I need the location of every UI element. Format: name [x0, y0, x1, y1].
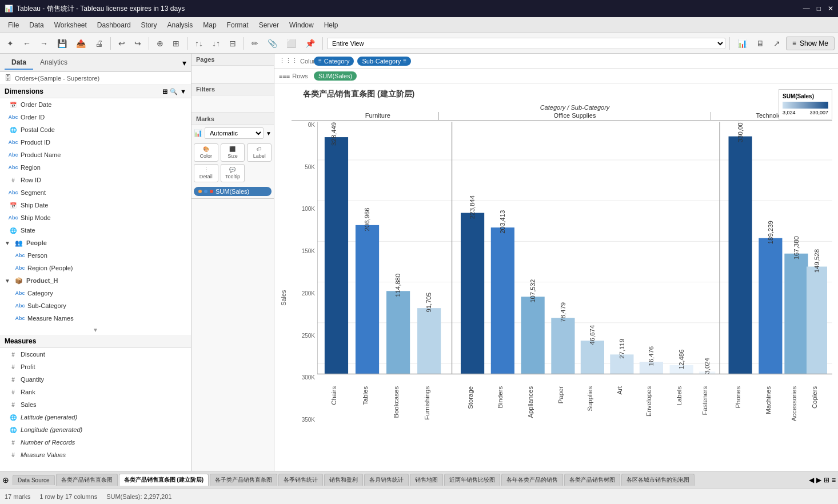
- bar-storage[interactable]: [461, 213, 484, 374]
- show-me-button[interactable]: ≡ Show Me: [786, 37, 835, 50]
- tab-sheet-4[interactable]: 各季销售统计: [278, 474, 323, 486]
- tab-sheet-5[interactable]: 销售和盈利: [324, 474, 363, 486]
- field-ship-mode[interactable]: Abc Ship Mode: [0, 211, 191, 224]
- toolbar-annotate[interactable]: 📎: [264, 37, 281, 50]
- toolbar-fit[interactable]: ⊟: [226, 37, 240, 50]
- toolbar-display[interactable]: 🖥: [753, 37, 768, 50]
- menu-map[interactable]: Map: [198, 19, 221, 31]
- toolbar-tooltip[interactable]: ⬜: [283, 37, 300, 50]
- bar-machines[interactable]: [759, 238, 782, 374]
- bar-phones[interactable]: [729, 137, 752, 374]
- label-button[interactable]: 🏷 Label: [247, 143, 272, 162]
- field-order-id[interactable]: Abc Order ID: [0, 111, 191, 123]
- bar-bookcases[interactable]: [386, 291, 410, 374]
- view-mode-select[interactable]: Entire View: [327, 38, 725, 49]
- tab-data[interactable]: Data: [5, 56, 33, 70]
- field-quantity[interactable]: # Quantity: [0, 373, 191, 386]
- tab-prev-icon[interactable]: ◀: [809, 476, 814, 484]
- bar-supplies[interactable]: [581, 341, 604, 374]
- column-pill-subcategory[interactable]: Sub-Category ≡: [357, 57, 411, 66]
- tab-sheet-8[interactable]: 近两年销售比较图: [444, 474, 500, 486]
- field-product-id[interactable]: Abc Product ID: [0, 136, 191, 149]
- tab-data-source[interactable]: Data Source: [13, 475, 55, 485]
- bar-appliances[interactable]: [521, 297, 545, 374]
- bar-chairs[interactable]: [325, 137, 348, 374]
- toolbar-undo[interactable]: ↩: [115, 37, 129, 50]
- toolbar-export[interactable]: 📤: [73, 37, 89, 50]
- tab-next-icon[interactable]: ▶: [816, 476, 821, 484]
- toolbar-share[interactable]: ↗: [770, 37, 784, 50]
- toolbar-sort-desc[interactable]: ↓↑: [209, 37, 224, 50]
- toolbar-forward[interactable]: →: [37, 37, 51, 50]
- group-people-header[interactable]: ▼ 👥 People: [0, 237, 191, 249]
- field-region[interactable]: Abc Region: [0, 161, 191, 174]
- field-person[interactable]: Abc Person: [0, 249, 191, 262]
- menu-analysis[interactable]: Analysis: [163, 19, 198, 31]
- tab-sheet-9[interactable]: 各年各类产品的销售: [501, 474, 563, 486]
- field-rank[interactable]: # Rank: [0, 386, 191, 398]
- toolbar-group[interactable]: ⊞: [169, 37, 183, 50]
- tooltip-button[interactable]: 💬 Tooltip: [221, 164, 245, 182]
- tab-analytics[interactable]: Analytics: [33, 56, 74, 70]
- row-pill-sum-sales[interactable]: SUM(Sales): [314, 71, 357, 81]
- field-row-id[interactable]: # Row ID: [0, 174, 191, 186]
- field-longitude[interactable]: 🌐 Longitude (generated): [0, 423, 191, 436]
- toolbar-redo[interactable]: ↪: [131, 37, 145, 50]
- field-discount[interactable]: # Discount: [0, 348, 191, 361]
- menu-data[interactable]: Data: [25, 19, 48, 31]
- field-category[interactable]: Abc Category: [0, 287, 191, 299]
- marks-type-select[interactable]: Automatic Bar Line Area: [205, 127, 264, 139]
- tab-sheet-2[interactable]: 各类产品销售直条图 (建立阶层): [119, 474, 209, 486]
- toolbar-back[interactable]: ←: [19, 37, 34, 50]
- field-region-people[interactable]: Abc Region (People): [0, 262, 191, 274]
- toolbar-highlight[interactable]: ✏: [248, 37, 262, 50]
- field-measure-values[interactable]: # Measure Values: [0, 449, 191, 461]
- menu-dashboard[interactable]: Dashboard: [93, 19, 135, 31]
- tab-sheet-1[interactable]: 各类产品销售直条图: [56, 474, 118, 486]
- field-order-date[interactable]: 📅 Order Date: [0, 98, 191, 111]
- group-product-header[interactable]: ▼ 📦 Product_H: [0, 274, 191, 287]
- toolbar-connect[interactable]: ⊕: [153, 37, 167, 50]
- field-ship-date[interactable]: 📅 Ship Date: [0, 199, 191, 211]
- field-profit[interactable]: # Profit: [0, 361, 191, 373]
- toolbar-chart[interactable]: 📊: [734, 37, 751, 50]
- field-latitude[interactable]: 🌐 Latitude (generated): [0, 411, 191, 423]
- bar-paper[interactable]: [551, 318, 574, 374]
- marks-dropdown-icon[interactable]: ▼: [266, 130, 272, 137]
- menu-story[interactable]: Story: [137, 19, 162, 31]
- new-sheet-icon[interactable]: ⊕: [2, 475, 9, 485]
- field-num-records[interactable]: # Number of Records: [0, 436, 191, 449]
- toolbar-new[interactable]: ✦: [3, 37, 17, 50]
- menu-help[interactable]: Help: [320, 19, 343, 31]
- toolbar-pin[interactable]: 📌: [302, 37, 318, 50]
- bar-tables[interactable]: [356, 225, 379, 374]
- field-measure-names[interactable]: Abc Measure Names: [0, 312, 191, 325]
- minimize-button[interactable]: —: [803, 5, 810, 13]
- marks-pill[interactable]: SUM(Sales): [194, 187, 272, 196]
- search-icon[interactable]: 🔍: [170, 88, 178, 95]
- bar-copiers[interactable]: [807, 267, 827, 374]
- menu-server[interactable]: Server: [254, 19, 284, 31]
- tab-sheet-10[interactable]: 各类产品销售树图: [564, 474, 620, 486]
- grid-icon[interactable]: ⊞: [162, 88, 167, 95]
- detail-button[interactable]: ⋮ Detail: [194, 164, 218, 182]
- color-button[interactable]: 🎨 Color: [194, 143, 218, 162]
- bar-binders[interactable]: [491, 227, 514, 374]
- column-pill-category[interactable]: ≡ Category: [314, 57, 354, 66]
- toolbar-save[interactable]: 💾: [54, 37, 70, 50]
- field-sales[interactable]: # Sales: [0, 398, 191, 411]
- tab-sheet-7[interactable]: 销售地图: [410, 474, 443, 486]
- field-postal-code[interactable]: 🌐 Postal Code: [0, 123, 191, 136]
- sort-icon[interactable]: ▼: [180, 88, 186, 95]
- bar-furnishings[interactable]: [417, 308, 441, 374]
- field-segment[interactable]: Abc Segment: [0, 186, 191, 199]
- toolbar-sort-asc[interactable]: ↑↓: [191, 37, 206, 50]
- panel-options-icon[interactable]: ▾: [182, 58, 186, 67]
- menu-format[interactable]: Format: [222, 19, 253, 31]
- menu-file[interactable]: File: [3, 19, 23, 31]
- field-sub-category[interactable]: Abc Sub-Category: [0, 299, 191, 312]
- toolbar-print[interactable]: 🖨: [91, 37, 106, 50]
- tab-grid-icon[interactable]: ⊞: [824, 476, 829, 484]
- bar-accessories[interactable]: [784, 254, 808, 374]
- tab-sheet-11[interactable]: 各区各城市销售的泡泡图: [621, 474, 695, 486]
